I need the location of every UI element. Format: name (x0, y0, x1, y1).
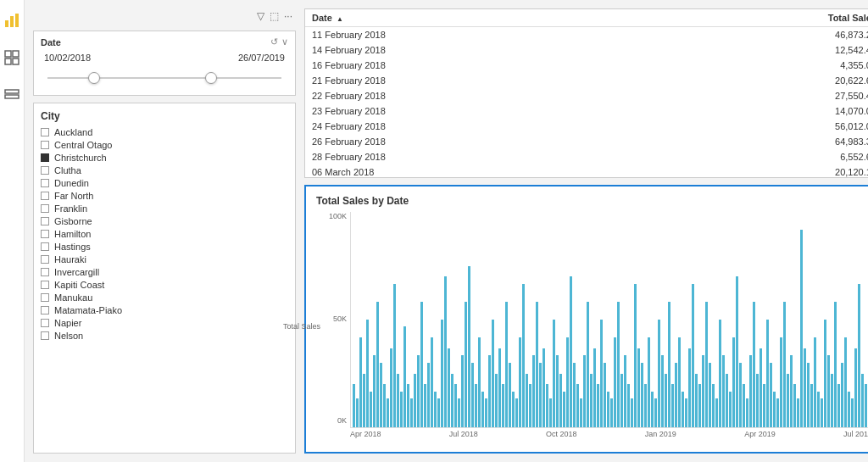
city-item[interactable]: Hastings (41, 242, 288, 252)
city-checkbox[interactable] (41, 319, 49, 327)
city-checkbox[interactable] (41, 293, 49, 302)
table-cell-date: 21 February 2018 (305, 73, 630, 88)
city-checkbox[interactable] (41, 306, 49, 314)
city-item[interactable]: Gisborne (41, 216, 288, 226)
slider-container[interactable] (47, 70, 281, 86)
city-label: Dunedin (54, 178, 89, 188)
city-checkbox[interactable] (41, 192, 49, 200)
city-item[interactable]: Manukau (41, 292, 288, 303)
city-checkbox[interactable] (41, 242, 49, 251)
chart-bar (756, 374, 759, 428)
chart-bar (729, 392, 732, 427)
chart-bar (434, 392, 437, 427)
chart-bar (481, 392, 484, 427)
slider-thumb-right[interactable] (205, 72, 217, 84)
city-item[interactable]: Hamilton (41, 229, 288, 239)
table-row: 21 February 201820,622.60 (305, 73, 868, 88)
table-icon[interactable] (0, 46, 24, 70)
chart-bar (804, 348, 806, 427)
chart-bar (841, 363, 843, 427)
city-item[interactable]: Franklin (41, 203, 288, 214)
frame-icon[interactable]: ⬚ (270, 10, 279, 22)
city-item[interactable]: Clutha (41, 165, 288, 175)
city-checkbox[interactable] (41, 166, 49, 175)
chart-bar (546, 384, 548, 427)
x-axis-label: Jul 2018 (449, 430, 478, 438)
chart-bar (814, 337, 816, 427)
chart-bar (705, 302, 708, 427)
slicer-title: Date (41, 37, 61, 47)
svg-rect-3 (5, 51, 11, 57)
bar-chart-icon[interactable] (0, 8, 24, 32)
city-item[interactable]: Matamata-Piako (41, 305, 288, 315)
city-checkbox[interactable] (41, 331, 49, 340)
chart-bar (749, 355, 752, 427)
table-cell-sales: 14,070.00 (630, 103, 868, 119)
svg-rect-5 (5, 58, 11, 64)
city-item[interactable]: Far North (41, 191, 288, 201)
city-item[interactable]: Kapiti Coast (41, 280, 288, 290)
city-item[interactable]: Invercargill (41, 267, 288, 277)
city-checkbox[interactable] (41, 255, 49, 264)
chart-bar (492, 320, 494, 427)
chart-bar (566, 337, 569, 427)
slider-thumb-left[interactable] (88, 72, 100, 84)
city-checkbox[interactable] (41, 268, 49, 276)
chart-bar (807, 363, 810, 427)
chart-bar (498, 348, 501, 427)
chart-bar (387, 398, 389, 427)
sales-column-header[interactable]: Total Sales (630, 9, 868, 27)
chevron-icon[interactable]: ∨ (281, 36, 288, 47)
chart-bar (834, 302, 837, 427)
date-range-display: 10/02/2018 26/07/2019 (41, 53, 288, 63)
city-checkbox[interactable] (41, 141, 49, 149)
chart-bar (607, 392, 609, 427)
x-axis-label: Apr 2018 (350, 430, 381, 438)
city-checkbox[interactable] (41, 281, 49, 289)
chart-bar (414, 374, 416, 428)
table-cell-sales: 20,120.10 (630, 164, 868, 178)
more-icon[interactable]: ··· (284, 10, 292, 22)
city-item[interactable]: Hauraki (41, 254, 288, 264)
chart-bar (403, 326, 406, 427)
city-item[interactable]: Christchurch (41, 153, 288, 163)
chart-bar (529, 384, 531, 427)
city-label: Auckland (54, 127, 92, 137)
chart-bar (712, 384, 715, 427)
chart-bar (627, 384, 630, 427)
chart-bar (441, 320, 443, 427)
chart-bar (590, 374, 593, 428)
chart-bar (431, 337, 433, 427)
date-column-header[interactable]: Date ▲ (305, 9, 630, 27)
city-checkbox[interactable] (41, 128, 49, 136)
chart-bar (475, 384, 477, 427)
city-checkbox[interactable] (41, 153, 49, 162)
clear-icon[interactable]: ↺ (270, 36, 278, 47)
chart-bar (437, 398, 440, 427)
city-item[interactable]: Central Otago (41, 140, 288, 150)
city-checkbox[interactable] (41, 230, 49, 238)
chart-bar (858, 284, 860, 427)
chart-bar (810, 384, 813, 427)
x-axis-label: Oct 2018 (546, 430, 577, 438)
city-checkbox[interactable] (41, 179, 49, 187)
city-checkbox[interactable] (41, 217, 49, 225)
city-label: Central Otago (54, 140, 112, 150)
city-item[interactable]: Napier (41, 318, 288, 328)
city-filter: City AucklandCentral OtagoChristchurchCl… (33, 103, 296, 454)
city-item[interactable]: Nelson (41, 331, 288, 341)
layers-icon[interactable] (0, 83, 24, 107)
chart-bar (370, 392, 372, 427)
city-item[interactable]: Dunedin (41, 178, 288, 188)
chart-bar (485, 398, 487, 427)
city-label: Gisborne (54, 216, 92, 226)
chart-bar (417, 355, 420, 427)
chart-bar (515, 398, 518, 427)
city-checkbox[interactable] (41, 204, 49, 213)
chart-bar (722, 355, 725, 427)
table-row: 06 March 201820,120.10 (305, 164, 868, 178)
chart-bar (709, 363, 711, 427)
chart-bars-area (350, 212, 868, 428)
city-item[interactable]: Auckland (41, 127, 288, 137)
filter-icon[interactable]: ▽ (257, 10, 264, 22)
